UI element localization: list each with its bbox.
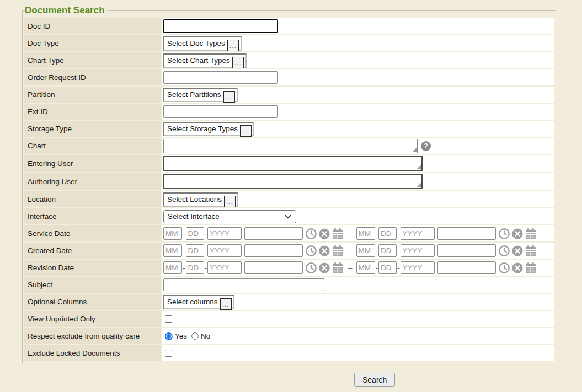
clock-icon[interactable]	[498, 228, 510, 240]
respect-exclude-no-radio[interactable]	[191, 332, 199, 340]
clear-icon[interactable]	[318, 228, 330, 240]
service-date-to-day-input[interactable]	[378, 227, 397, 240]
calendar-icon[interactable]	[332, 228, 344, 240]
revision-date-to-year-input[interactable]	[401, 261, 435, 274]
row-partition: Partition Select Partitions ...	[24, 87, 554, 103]
subject-input[interactable]	[163, 278, 324, 291]
row-ext-id: Ext ID	[24, 104, 554, 120]
row-service-date: Service Date - - – - -	[24, 225, 554, 241]
chart-type-picker[interactable]: Select Chart Types ...	[163, 53, 247, 68]
doc-type-label: Doc Type	[24, 35, 161, 51]
service-date-to-time-input[interactable]	[437, 227, 496, 240]
row-respect-exclude: Respect exclude from quality care Yes No	[24, 328, 554, 344]
created-date-from-time-input[interactable]	[244, 244, 303, 257]
doc-type-browse-button[interactable]: ...	[227, 40, 239, 51]
range-separator: –	[348, 246, 353, 255]
exclude-locked-checkbox[interactable]	[165, 350, 172, 357]
search-button[interactable]: Search	[354, 373, 395, 387]
location-browse-button[interactable]: ...	[224, 196, 236, 207]
clock-icon[interactable]	[305, 228, 317, 240]
row-revision-date: Revision Date - - – - -	[24, 260, 554, 276]
calendar-icon[interactable]	[332, 262, 344, 274]
revision-date-from-day-input[interactable]	[186, 261, 204, 274]
clear-icon[interactable]	[511, 262, 524, 274]
created-date-from-month-input[interactable]	[163, 244, 182, 257]
clear-icon[interactable]	[511, 245, 524, 257]
row-created-date: Created Date - - – - -	[24, 243, 554, 259]
date-separator: -	[183, 264, 185, 272]
date-separator: -	[376, 229, 378, 238]
revision-date-to-day-input[interactable]	[378, 261, 397, 274]
authoring-user-label: Authoring User	[24, 173, 161, 190]
date-separator: -	[397, 264, 400, 272]
partition-browse-button[interactable]: ...	[223, 91, 235, 103]
created-date-to-time-input[interactable]	[437, 244, 496, 257]
chart-type-browse-button[interactable]: ...	[232, 57, 244, 68]
ext-id-input[interactable]	[163, 105, 278, 118]
resize-handle[interactable]	[417, 165, 421, 169]
chart-textarea[interactable]	[163, 139, 418, 153]
help-icon[interactable]: ?	[421, 141, 431, 151]
service-date-to-year-input[interactable]	[401, 227, 435, 240]
document-search-panel: Document Search Doc ID Doc Type Select D…	[22, 5, 556, 363]
created-date-to-day-input[interactable]	[378, 244, 397, 257]
created-date-label: Created Date	[24, 243, 161, 259]
service-date-from-day-input[interactable]	[186, 227, 204, 240]
clear-icon[interactable]	[318, 245, 330, 257]
doc-id-input[interactable]	[163, 19, 278, 33]
respect-exclude-yes-radio[interactable]	[165, 332, 173, 340]
interface-select[interactable]: Select Interface	[163, 210, 296, 223]
calendar-icon[interactable]	[525, 262, 537, 274]
date-separator: -	[205, 264, 207, 272]
resize-handle[interactable]	[412, 148, 417, 152]
service-date-from-time-input[interactable]	[244, 227, 303, 240]
radio-dot	[167, 334, 171, 339]
row-chart-type: Chart Type Select Chart Types ...	[24, 52, 554, 68]
interface-selected-value: Select Interface	[168, 212, 220, 221]
created-date-from-day-input[interactable]	[186, 244, 204, 257]
clock-icon[interactable]	[305, 262, 317, 274]
optional-columns-picker[interactable]: Select columns ...	[163, 295, 234, 309]
optional-columns-browse-button[interactable]: ...	[220, 298, 232, 310]
row-exclude-locked: Exclude Locked Documents	[24, 345, 554, 361]
calendar-icon[interactable]	[332, 245, 344, 257]
resize-handle[interactable]	[417, 183, 421, 187]
calendar-icon[interactable]	[525, 245, 537, 257]
doc-type-picker[interactable]: Select Doc Types ...	[163, 36, 242, 51]
calendar-icon[interactable]	[525, 228, 537, 240]
clock-icon[interactable]	[498, 245, 510, 257]
storage-type-browse-button[interactable]: ...	[240, 125, 252, 137]
service-date-from-year-input[interactable]	[207, 227, 242, 240]
clear-icon[interactable]	[511, 228, 524, 240]
doc-type-picker-text: Select Doc Types	[167, 39, 225, 47]
location-picker[interactable]: Select Locations ...	[163, 192, 238, 207]
storage-type-picker[interactable]: Select Storage Types ...	[163, 122, 254, 136]
service-date-from-month-input[interactable]	[163, 227, 182, 240]
partition-picker[interactable]: Select Partitions ...	[163, 88, 238, 102]
revision-date-from-month-input[interactable]	[163, 261, 182, 274]
row-interface: Interface Select Interface	[24, 208, 554, 224]
chevron-down-icon	[285, 214, 291, 219]
clear-icon[interactable]	[318, 262, 330, 274]
chart-type-label: Chart Type	[24, 52, 161, 68]
row-subject: Subject	[24, 277, 554, 293]
revision-date-to-time-input[interactable]	[437, 261, 496, 274]
range-separator: –	[348, 264, 353, 272]
revision-date-to-month-input[interactable]	[356, 261, 375, 274]
ext-id-label: Ext ID	[24, 104, 161, 120]
entering-user-textarea[interactable]	[163, 156, 423, 171]
clock-icon[interactable]	[305, 245, 317, 257]
revision-date-from-year-input[interactable]	[207, 261, 242, 274]
order-request-id-input[interactable]	[163, 71, 278, 84]
revision-date-label: Revision Date	[24, 260, 161, 276]
storage-type-picker-text: Select Storage Types	[167, 125, 238, 133]
service-date-to-month-input[interactable]	[356, 227, 375, 240]
search-button-row: Search	[354, 373, 582, 387]
revision-date-from-time-input[interactable]	[244, 261, 303, 274]
view-unprinted-only-checkbox[interactable]	[165, 315, 172, 323]
created-date-from-year-input[interactable]	[207, 244, 242, 257]
created-date-to-month-input[interactable]	[356, 244, 375, 257]
clock-icon[interactable]	[498, 262, 510, 274]
created-date-to-year-input[interactable]	[401, 244, 435, 257]
authoring-user-textarea[interactable]	[163, 174, 423, 189]
